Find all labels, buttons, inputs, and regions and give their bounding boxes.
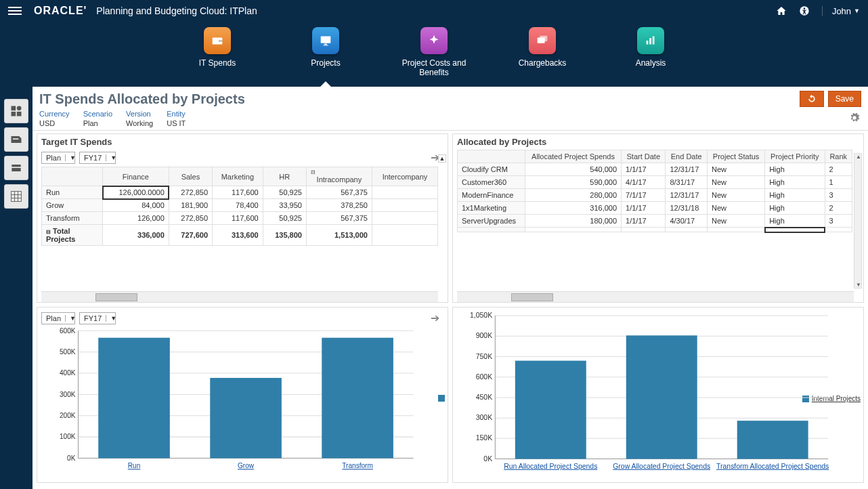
row-header[interactable]: ServerUpgrades bbox=[458, 215, 525, 228]
cell[interactable]: 33,950 bbox=[263, 199, 306, 212]
cell[interactable]: 3 bbox=[825, 215, 852, 228]
pov-scenario[interactable]: ScenarioPlan bbox=[83, 110, 112, 127]
col-header[interactable]: HR bbox=[263, 167, 306, 186]
nav-tab-it-spends[interactable]: IT Spends bbox=[180, 27, 255, 77]
pov-entity[interactable]: EntityUS IT bbox=[167, 110, 186, 127]
cell[interactable] bbox=[372, 186, 437, 199]
home-icon[interactable] bbox=[776, 5, 787, 16]
chart-bar[interactable] bbox=[322, 338, 393, 459]
rail-btn-2[interactable] bbox=[4, 127, 28, 152]
dropdown-year[interactable]: FY17▼ bbox=[79, 312, 116, 324]
row-header[interactable]: Run bbox=[42, 186, 103, 199]
row-header[interactable]: Transform bbox=[42, 212, 103, 225]
cell[interactable]: 78,400 bbox=[213, 199, 263, 212]
cell[interactable]: 126,000 bbox=[103, 212, 169, 225]
cell[interactable]: High bbox=[765, 163, 825, 176]
col-header[interactable]: Sales bbox=[169, 167, 212, 186]
cell[interactable]: 12/31/17 bbox=[666, 189, 708, 202]
cell[interactable]: 50,925 bbox=[263, 212, 306, 225]
col-header[interactable]: Start Date bbox=[622, 150, 666, 163]
cell[interactable] bbox=[372, 199, 437, 212]
col-header[interactable]: Allocated Project Spends bbox=[525, 150, 622, 163]
chart-bar[interactable] bbox=[515, 361, 586, 459]
cell[interactable] bbox=[372, 212, 437, 225]
row-header[interactable]: Grow bbox=[42, 199, 103, 212]
cell[interactable]: 84,000 bbox=[103, 199, 169, 212]
cell[interactable]: 12/31/18 bbox=[666, 202, 708, 215]
col-header[interactable]: Project Priority bbox=[765, 150, 825, 163]
cell[interactable]: High bbox=[765, 176, 825, 189]
cell[interactable]: High bbox=[765, 202, 825, 215]
cell[interactable]: 1 bbox=[825, 176, 852, 189]
col-header[interactable]: ⊟Intracompany bbox=[306, 167, 372, 186]
cell[interactable]: 280,000 bbox=[525, 189, 622, 202]
cell[interactable]: New bbox=[707, 163, 764, 176]
cell[interactable]: 272,850 bbox=[169, 186, 212, 199]
row-header[interactable]: Customer360 bbox=[458, 176, 525, 189]
rail-btn-1[interactable] bbox=[4, 99, 28, 123]
cell[interactable]: 378,250 bbox=[306, 199, 372, 212]
cell[interactable]: 540,000 bbox=[525, 163, 622, 176]
col-header[interactable]: End Date bbox=[666, 150, 708, 163]
chart-bar[interactable] bbox=[737, 421, 808, 459]
cell[interactable]: High bbox=[765, 215, 825, 228]
cell[interactable]: 7/1/17 bbox=[622, 189, 666, 202]
cell[interactable]: 12/31/17 bbox=[666, 163, 708, 176]
cell[interactable]: 1/1/17 bbox=[622, 215, 666, 228]
cell[interactable]: 4/30/17 bbox=[666, 215, 708, 228]
rail-btn-4[interactable] bbox=[4, 184, 28, 209]
cell[interactable]: 8/31/17 bbox=[666, 176, 708, 189]
chart-bar[interactable] bbox=[210, 378, 282, 459]
cell[interactable]: New bbox=[707, 176, 764, 189]
pov-version[interactable]: VersionWorking bbox=[126, 110, 153, 127]
cell[interactable]: New bbox=[707, 215, 764, 228]
expand-arrow-icon[interactable]: ➔ bbox=[431, 312, 439, 324]
cell[interactable]: 727,600 bbox=[169, 225, 212, 246]
horizontal-scrollbar[interactable] bbox=[457, 291, 854, 302]
vertical-scrollbar[interactable] bbox=[854, 153, 862, 289]
pov-currency[interactable]: CurrencyUSD bbox=[39, 110, 70, 127]
nav-tab-project-costs-and-benefits[interactable]: Project Costs and Benefits bbox=[397, 27, 471, 77]
cell[interactable]: 336,000 bbox=[103, 225, 169, 246]
cell[interactable]: 590,000 bbox=[525, 176, 622, 189]
cell[interactable]: High bbox=[765, 189, 825, 202]
rail-btn-3[interactable] bbox=[4, 156, 28, 180]
dropdown-year[interactable]: FY17▼ bbox=[79, 152, 116, 164]
user-menu[interactable]: John▼ bbox=[822, 6, 860, 16]
cell[interactable] bbox=[372, 225, 437, 246]
dropdown-scenario[interactable]: Plan▼ bbox=[41, 152, 75, 164]
refresh-button[interactable] bbox=[800, 91, 824, 107]
cell[interactable]: New bbox=[707, 202, 764, 215]
cell[interactable]: 567,375 bbox=[306, 186, 372, 199]
cell[interactable]: 1,513,000 bbox=[306, 225, 372, 246]
col-header[interactable]: Rank bbox=[825, 150, 852, 163]
cell[interactable]: 50,925 bbox=[263, 186, 306, 199]
col-header[interactable]: Project Status bbox=[707, 150, 764, 163]
cell[interactable]: 1/1/17 bbox=[622, 202, 666, 215]
cell[interactable]: 126,000.0000 bbox=[103, 186, 169, 199]
cell[interactable]: 181,900 bbox=[169, 199, 212, 212]
cell[interactable]: 2 bbox=[825, 163, 852, 176]
nav-tab-chargebacks[interactable]: Chargebacks bbox=[505, 27, 580, 77]
cell[interactable]: 117,600 bbox=[213, 212, 263, 225]
cell[interactable]: 313,600 bbox=[213, 225, 263, 246]
cell[interactable]: 135,800 bbox=[263, 225, 306, 246]
col-header[interactable]: Marketing bbox=[213, 167, 263, 186]
col-header[interactable]: Intercompany bbox=[372, 167, 437, 186]
cell[interactable]: 180,000 bbox=[525, 215, 622, 228]
cell[interactable]: 567,375 bbox=[306, 212, 372, 225]
cell[interactable]: 272,850 bbox=[169, 212, 212, 225]
chart-bar[interactable] bbox=[98, 338, 170, 459]
gear-icon[interactable] bbox=[849, 112, 860, 125]
chart-bar[interactable] bbox=[626, 335, 697, 459]
selected-cell[interactable] bbox=[765, 228, 825, 232]
cell[interactable]: 117,600 bbox=[213, 186, 263, 199]
accessibility-icon[interactable] bbox=[799, 5, 810, 16]
row-header[interactable]: ModernFinance bbox=[458, 189, 525, 202]
dropdown-scenario[interactable]: Plan▼ bbox=[41, 312, 75, 324]
horizontal-scrollbar[interactable] bbox=[41, 291, 438, 302]
menu-hamburger[interactable] bbox=[8, 4, 22, 18]
cell[interactable]: 4/1/17 bbox=[622, 176, 666, 189]
nav-tab-analysis[interactable]: Analysis bbox=[613, 27, 688, 77]
cell[interactable]: New bbox=[707, 189, 764, 202]
